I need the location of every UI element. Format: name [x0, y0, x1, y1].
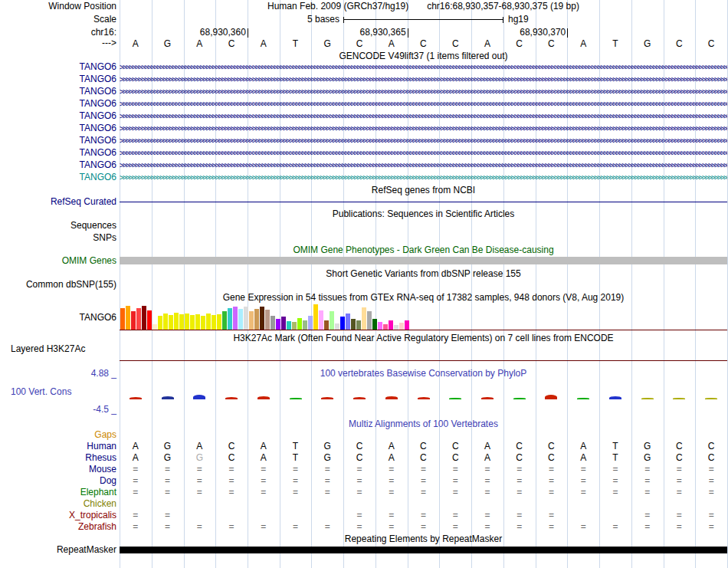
- multiz-alignment-row[interactable]: AGGCATGCACCACCATGCC: [120, 453, 727, 463]
- gtex-expression-chart[interactable]: [120, 304, 727, 330]
- multiz-base: =: [664, 522, 696, 532]
- refseq-curated-label[interactable]: RefSeq Curated: [0, 197, 116, 207]
- multiz-base: =: [120, 488, 152, 497]
- gencode-transcript-label[interactable]: TANGO6: [0, 99, 116, 109]
- base-letter: C: [215, 38, 248, 49]
- multiz-base: =: [536, 511, 568, 520]
- gencode-transcript-label[interactable]: TANGO6: [0, 62, 116, 72]
- multiz-species-label[interactable]: Chicken: [0, 499, 116, 509]
- gtex-tissue-bar: [142, 306, 146, 330]
- dbsnp-label[interactable]: Common dbSNP(155): [0, 280, 116, 290]
- multiz-species-label[interactable]: Elephant: [0, 488, 116, 497]
- gencode-transcript-label[interactable]: TANGO6: [0, 123, 116, 133]
- gencode-transcript-row[interactable]: >>>>>>>>>>>>>>>>>>>>>>>>>>>>>>>>>>>>>>>>…: [120, 62, 727, 72]
- multiz-base: =: [439, 465, 471, 474]
- multiz-base: C: [408, 442, 440, 451]
- multiz-species-label[interactable]: Rhesus: [0, 453, 116, 463]
- multiz-base: C: [439, 453, 471, 463]
- h3k27ac-label[interactable]: Layered H3K27Ac: [11, 344, 85, 354]
- gencode-transcript-row[interactable]: >>>>>>>>>>>>>>>>>>>>>>>>>>>>>>>>>>>>>>>>…: [120, 123, 727, 133]
- multiz-base: =: [631, 522, 664, 532]
- gtex-tissue-bar: [179, 314, 184, 330]
- multiz-alignment-row[interactable]: [120, 499, 727, 509]
- gencode-transcript-row[interactable]: >>>>>>>>>>>>>>>>>>>>>>>>>>>>>>>>>>>>>>>>…: [120, 99, 727, 109]
- phylop-mark: [673, 398, 685, 399]
- position-range: chr16:68,930,357-68,930,375 (19 bp): [427, 1, 579, 11]
- gtex-tissue-bar: [356, 320, 361, 330]
- gtex-tissue-bar: [399, 323, 404, 330]
- multiz-base: =: [503, 522, 536, 532]
- base-letter: T: [599, 38, 631, 49]
- gtex-tissue-bar: [303, 320, 307, 330]
- sequences-label[interactable]: Sequences: [0, 221, 116, 231]
- multiz-base: =: [664, 488, 696, 497]
- phylop-track-label[interactable]: 100 Vert. Cons: [11, 387, 71, 397]
- omim-gene-bar[interactable]: [120, 257, 727, 264]
- gtex-tissue-bar: [308, 316, 313, 330]
- multiz-base: A: [248, 442, 280, 451]
- multiz-alignment-row[interactable]: ===================: [120, 465, 727, 474]
- gencode-transcript-label[interactable]: TANGO6: [0, 172, 116, 182]
- ruler-coordinate: 68,930,365: [342, 28, 406, 38]
- multiz-base: =: [631, 511, 664, 520]
- refseq-track-title: RefSeq genes from NCBI: [120, 186, 727, 195]
- multiz-alignment-row[interactable]: ===================: [120, 476, 727, 486]
- gtex-tissue-bar: [260, 307, 264, 330]
- multiz-base: =: [631, 476, 664, 486]
- multiz-alignment-row[interactable]: ============: [120, 511, 727, 520]
- multiz-species-label[interactable]: Human: [0, 442, 116, 451]
- repeatmasker-label[interactable]: RepeatMasker: [0, 545, 116, 555]
- multiz-base: =: [536, 522, 568, 532]
- multiz-species-label[interactable]: Gaps: [0, 430, 116, 440]
- multiz-base: G: [184, 453, 216, 463]
- gencode-transcript-label[interactable]: TANGO6: [0, 148, 116, 158]
- multiz-species-label[interactable]: Mouse: [0, 465, 116, 474]
- publications-track-title: Publications: Sequences in Scientific Ar…: [120, 209, 727, 219]
- phylop-mark: [193, 395, 205, 399]
- multiz-base: =: [280, 476, 312, 486]
- multiz-base: =: [215, 476, 248, 486]
- phylop-signal[interactable]: [120, 369, 727, 414]
- multiz-base: T: [599, 453, 631, 463]
- gencode-transcript-row[interactable]: >>>>>>>>>>>>>>>>>>>>>>>>>>>>>>>>>>>>>>>>…: [120, 111, 727, 121]
- gencode-transcript-label[interactable]: TANGO6: [0, 160, 116, 170]
- multiz-base: C: [343, 453, 375, 463]
- gtex-tissue-bar: [313, 304, 318, 330]
- gtex-tissue-bar: [372, 319, 377, 330]
- gtex-tissue-bar: [335, 323, 339, 330]
- multiz-species-label[interactable]: X_tropicalis: [0, 511, 116, 520]
- multiz-alignment-row[interactable]: AGACATGCACCACCATGCC: [120, 442, 727, 451]
- multiz-alignment-row[interactable]: ===================: [120, 522, 727, 532]
- multiz-base: =: [567, 488, 599, 497]
- dna-sequence[interactable]: AGACATGCACCACCATGCC: [0, 38, 728, 49]
- gencode-transcript-row[interactable]: >>>>>>>>>>>>>>>>>>>>>>>>>>>>>>>>>>>>>>>>…: [120, 87, 727, 97]
- refseq-curated-item[interactable]: [120, 202, 727, 202]
- gtex-gene-label[interactable]: TANGO6: [0, 313, 116, 323]
- multiz-species-label[interactable]: Zebrafish: [0, 522, 116, 532]
- multiz-base: C: [664, 442, 696, 451]
- gencode-transcript-row[interactable]: >>>>>>>>>>>>>>>>>>>>>>>>>>>>>>>>>>>>>>>>…: [120, 172, 727, 182]
- gencode-transcript-row[interactable]: >>>>>>>>>>>>>>>>>>>>>>>>>>>>>>>>>>>>>>>>…: [120, 160, 727, 170]
- omim-genes-label[interactable]: OMIM Genes: [0, 256, 116, 266]
- multiz-base: A: [120, 453, 152, 463]
- coordinate-ruler[interactable]: 68,930,36068,930,36568,930,370: [0, 28, 728, 38]
- base-letter: G: [152, 38, 184, 49]
- multiz-base: =: [311, 465, 343, 474]
- gencode-transcript-label[interactable]: TANGO6: [0, 136, 116, 146]
- snps-label[interactable]: SNPs: [0, 233, 116, 243]
- gtex-tissue-bar: [319, 310, 323, 330]
- gencode-transcript-row[interactable]: >>>>>>>>>>>>>>>>>>>>>>>>>>>>>>>>>>>>>>>>…: [120, 136, 727, 146]
- gtex-tissue-bar: [276, 319, 280, 330]
- repeat-element-bar[interactable]: [120, 547, 727, 553]
- multiz-alignment-row[interactable]: [120, 430, 727, 440]
- gencode-transcript-label[interactable]: TANGO6: [0, 87, 116, 97]
- gencode-transcript-label[interactable]: TANGO6: [0, 74, 116, 84]
- gencode-transcript-row[interactable]: >>>>>>>>>>>>>>>>>>>>>>>>>>>>>>>>>>>>>>>>…: [120, 74, 727, 84]
- phylop-mark: [257, 396, 270, 399]
- multiz-species-label[interactable]: Dog: [0, 476, 116, 486]
- gencode-transcript-label[interactable]: TANGO6: [0, 111, 116, 121]
- multiz-base: =: [664, 465, 696, 474]
- gencode-transcript-row[interactable]: >>>>>>>>>>>>>>>>>>>>>>>>>>>>>>>>>>>>>>>>…: [120, 148, 727, 158]
- multiz-alignment-row[interactable]: ===================: [120, 488, 727, 497]
- multiz-base: =: [599, 476, 631, 486]
